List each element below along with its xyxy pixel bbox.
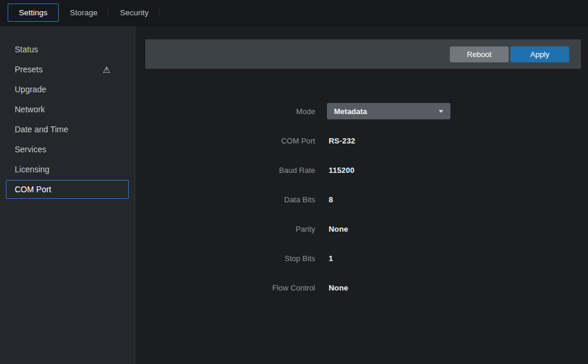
com-port-form: Mode Metadata COM Port RS-232 Baud Rate … [135, 96, 588, 302]
sidebar-item-presets[interactable]: Presets ⚠ [6, 60, 129, 79]
baud-rate-value: 115200 [329, 166, 355, 175]
sidebar-item-licensing[interactable]: Licensing [6, 160, 129, 179]
flow-control-label: Flow Control [135, 283, 320, 292]
chevron-down-icon [439, 110, 443, 113]
sidebar-item-label: Upgrade [15, 85, 46, 94]
com-port-label: COM Port [135, 136, 320, 145]
reboot-button[interactable]: Reboot [450, 46, 509, 62]
sidebar-item-label: COM Port [15, 185, 51, 194]
sidebar-item-com-port[interactable]: COM Port [6, 180, 129, 199]
sidebar-item-status[interactable]: Status [6, 40, 129, 59]
mode-dropdown[interactable]: Metadata [327, 103, 450, 119]
sidebar-item-label: Network [15, 105, 45, 114]
com-port-value: RS-232 [329, 136, 355, 145]
sidebar-item-services[interactable]: Services [6, 140, 129, 159]
form-row-parity: Parity None [135, 214, 588, 243]
tab-storage[interactable]: Storage [59, 4, 109, 22]
baud-rate-label: Baud Rate [135, 166, 320, 175]
stop-bits-label: Stop Bits [135, 254, 320, 263]
sidebar-item-label: Presets [15, 65, 42, 74]
stop-bits-value: 1 [329, 254, 333, 263]
data-bits-value: 8 [329, 195, 333, 204]
tab-settings[interactable]: Settings [8, 4, 59, 22]
mode-label: Mode [135, 107, 320, 116]
form-row-stop-bits: Stop Bits 1 [135, 243, 588, 273]
sidebar-item-network[interactable]: Network [6, 100, 129, 119]
sidebar-item-label: Status [15, 45, 38, 54]
sidebar-item-label: Licensing [15, 165, 49, 174]
flow-control-value: None [329, 283, 348, 292]
parity-value: None [329, 225, 348, 233]
top-nav: Settings Storage Security [0, 0, 588, 26]
sidebar-item-upgrade[interactable]: Upgrade [6, 80, 129, 99]
apply-button[interactable]: Apply [510, 46, 569, 62]
sidebar: Status Presets ⚠ Upgrade Network Date an… [0, 26, 135, 364]
data-bits-label: Data Bits [135, 195, 320, 204]
mode-dropdown-value: Metadata [334, 107, 367, 116]
form-row-mode: Mode Metadata [135, 96, 588, 126]
form-row-baud-rate: Baud Rate 115200 [135, 155, 588, 185]
action-bar: Reboot Apply [145, 39, 581, 69]
form-row-flow-control: Flow Control None [135, 273, 588, 302]
tab-security[interactable]: Security [109, 4, 160, 22]
warning-icon: ⚠ [103, 65, 111, 74]
sidebar-item-date-and-time[interactable]: Date and Time [6, 120, 129, 139]
sidebar-item-label: Services [15, 145, 46, 154]
main-content: Reboot Apply Mode Metadata COM Port RS-2… [135, 26, 588, 364]
sidebar-item-label: Date and Time [15, 125, 68, 134]
page-layout: Status Presets ⚠ Upgrade Network Date an… [0, 26, 588, 364]
parity-label: Parity [135, 225, 320, 233]
form-row-com-port: COM Port RS-232 [135, 126, 588, 155]
form-row-data-bits: Data Bits 8 [135, 185, 588, 214]
